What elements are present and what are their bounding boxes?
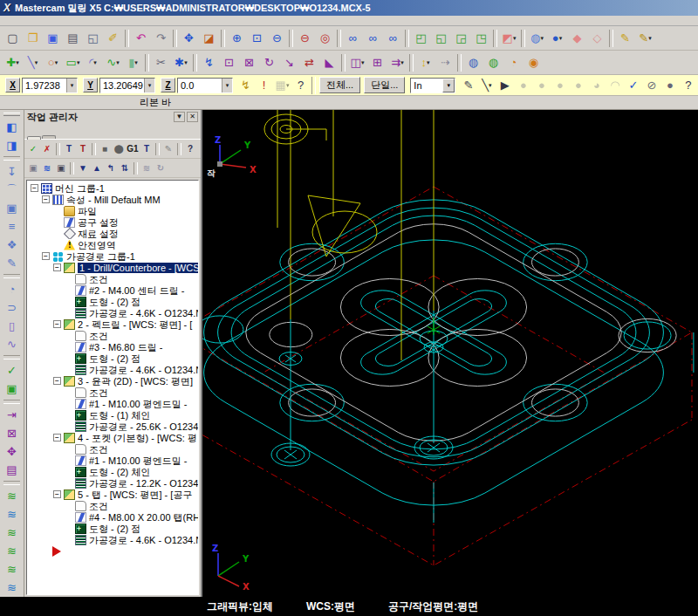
- surface-flowline-icon[interactable]: ≋: [2, 560, 23, 578]
- tree-item[interactable]: 가공경로 - 12.2K - O1234.: [27, 477, 198, 489]
- tree-item[interactable]: 도형 - (2) 점: [27, 296, 198, 307]
- panel-title-bar[interactable]: 작업 관리자 ▼ ✕: [24, 110, 201, 124]
- solid-cylinder-icon[interactable]: ▮: [123, 53, 143, 72]
- circle-mill-icon[interactable]: ◔: [2, 280, 23, 298]
- tree-item[interactable]: 도형 - (1) 체인: [27, 409, 198, 421]
- verify-icon[interactable]: ⬤: [112, 141, 126, 157]
- point-toolpath-icon[interactable]: ✓: [2, 361, 23, 380]
- tree-item[interactable]: #4 - M8.00 X 20.00 탭(RH): [27, 511, 198, 523]
- toolpath-nesting-icon[interactable]: ✥: [2, 442, 23, 461]
- planes-icon[interactable]: ●: [547, 29, 567, 48]
- redo-icon[interactable]: ↷: [151, 29, 171, 48]
- pocket-toolpath-icon[interactable]: ▣: [2, 199, 23, 217]
- find-icon[interactable]: ∞: [383, 29, 403, 48]
- delete-entities-icon[interactable]: ✐: [103, 29, 123, 48]
- tree-item[interactable]: 파일: [27, 205, 198, 216]
- scroll-window-icon[interactable]: ⇅: [118, 161, 132, 176]
- create-line-icon[interactable]: ╲: [23, 53, 43, 72]
- new-file-icon[interactable]: ▢: [3, 29, 23, 48]
- tree-item[interactable]: − 2 - 펙드릴 - [WCS: 평면] - [: [27, 318, 198, 330]
- tree-item[interactable]: #3 - M6.80 드릴 -: [27, 341, 198, 352]
- title-bar[interactable]: X Mastercam 밀링 X5 C:₩USERS₩ADMINISTRATOR…: [0, 0, 698, 16]
- material-icon[interactable]: ◔: [503, 53, 524, 72]
- select-vector-icon[interactable]: ●: [569, 76, 587, 95]
- repaint-icon[interactable]: ∞: [343, 29, 363, 48]
- x-dropdown-icon[interactable]: ▾: [66, 79, 77, 92]
- tree-item[interactable]: 공구 설정: [27, 216, 198, 228]
- toolpath-display-icon[interactable]: ≋: [40, 161, 54, 176]
- tree-item[interactable]: − 3 - 윤곽 (2D) - [WCS: 평면]: [27, 375, 198, 387]
- undo-icon[interactable]: ↶: [131, 29, 151, 48]
- tree-item[interactable]: 도형 - (2) 점: [27, 352, 198, 364]
- xform-copy-icon[interactable]: ⊡: [219, 53, 239, 72]
- print-icon[interactable]: ▤: [63, 29, 83, 48]
- engrave-toolpath-icon[interactable]: ❖: [2, 236, 23, 254]
- slot-mill-icon[interactable]: ▯: [2, 317, 23, 335]
- right-view-icon[interactable]: ◲: [451, 29, 471, 48]
- toolpath-mesh-icon[interactable]: ⊠: [2, 424, 23, 442]
- select-area-icon[interactable]: ●: [551, 76, 569, 95]
- tree-item[interactable]: 가공경로 - 4.6K - O1234.N: [27, 364, 198, 375]
- facing-toolpath-icon[interactable]: ≡: [2, 217, 23, 236]
- select-all-operations-icon[interactable]: ✓: [26, 141, 40, 157]
- attributes-multi-icon[interactable]: ✎: [635, 29, 655, 48]
- tree-expand-icon[interactable]: −: [42, 252, 50, 260]
- xform-offset-icon[interactable]: ⊠: [239, 53, 259, 72]
- y-axis-button[interactable]: Y: [83, 78, 98, 92]
- thread-mill-icon[interactable]: ∿: [2, 335, 23, 353]
- mirror-icon[interactable]: ◫: [347, 53, 367, 72]
- manager-help-icon[interactable]: ?: [183, 141, 197, 157]
- tree-item[interactable]: − 4 - 포켓 (기본형) - [WCS: 평: [27, 432, 198, 443]
- fastpoint-icon[interactable]: !: [255, 76, 273, 95]
- unit-dropdown-icon[interactable]: ▾: [442, 79, 455, 92]
- select-none-icon[interactable]: ⊘: [642, 76, 660, 95]
- create-rectangle-icon[interactable]: ▭: [63, 53, 83, 72]
- tree-item[interactable]: 조건: [27, 443, 198, 455]
- zoom-out-icon[interactable]: ⊖: [267, 29, 287, 48]
- gview-globe-icon[interactable]: ◍: [527, 29, 547, 48]
- tree-expand-icon[interactable]: −: [31, 184, 38, 192]
- xform-dynamic-icon[interactable]: ↯: [199, 53, 219, 72]
- z-axis-button[interactable]: Z: [161, 78, 175, 92]
- toolpath-trim-icon[interactable]: ▤: [2, 461, 23, 479]
- tree-item[interactable]: 가공경로 - 4.6K - O1234.N: [27, 307, 198, 318]
- zoom-window-icon[interactable]: ⊡: [247, 29, 267, 48]
- tree-item[interactable]: [27, 545, 198, 557]
- tree-expand-icon[interactable]: −: [53, 490, 61, 498]
- shading-icon[interactable]: ◩: [499, 29, 519, 48]
- tree-expand-icon[interactable]: −: [53, 320, 61, 328]
- regen-dirty-icon[interactable]: T: [76, 141, 90, 157]
- top-view-icon[interactable]: ◳: [471, 29, 491, 48]
- select-all-button[interactable]: 전체...: [319, 77, 360, 93]
- tree-item[interactable]: 안전영역: [27, 239, 198, 250]
- x-coordinate-input[interactable]: 1.97238▾: [22, 78, 78, 93]
- wcs-status[interactable]: WCS:평면: [306, 599, 355, 614]
- unit-select[interactable]: In▾: [410, 78, 455, 93]
- tree-item[interactable]: 도형 - (2) 점: [27, 523, 198, 534]
- toolbar-grip[interactable]: [3, 113, 20, 116]
- trim-icon[interactable]: ✂: [151, 53, 171, 72]
- tree-item[interactable]: − 머신 그룹-1: [27, 182, 198, 194]
- drill-toolpath-icon[interactable]: ↧: [2, 162, 23, 181]
- break-icon[interactable]: ✱: [171, 53, 191, 72]
- tab-solids[interactable]: [42, 135, 56, 139]
- save-file-icon[interactable]: ▣: [43, 29, 63, 48]
- tab-toolpaths[interactable]: [27, 136, 41, 140]
- analyze-icon[interactable]: ◪: [199, 29, 219, 48]
- xform-rotate-icon[interactable]: ↻: [259, 53, 279, 72]
- tree-item[interactable]: − 가공경로 그룹-1: [27, 250, 198, 262]
- chain-mill-icon[interactable]: ⊃: [2, 298, 23, 317]
- xform-stretch-icon[interactable]: ⇄: [299, 53, 319, 72]
- manual-entry-icon[interactable]: ✎: [2, 254, 23, 272]
- simulation-icon[interactable]: ◉: [524, 53, 544, 72]
- wcs-icon[interactable]: ◆: [567, 29, 587, 48]
- lock-all-icon[interactable]: ▣: [54, 161, 68, 176]
- select-partial-icon[interactable]: ◕: [587, 76, 606, 95]
- create-fillet-icon[interactable]: ◜: [83, 53, 103, 72]
- x-axis-button[interactable]: X: [5, 78, 20, 92]
- wcs-alt-icon[interactable]: ◇: [587, 29, 607, 48]
- tree-item[interactable]: #1 - M10.00 평엔드밀 -: [27, 455, 198, 466]
- y-dropdown-icon[interactable]: ▾: [144, 79, 154, 92]
- zoom-target-icon[interactable]: ◎: [315, 29, 335, 48]
- move-down-icon[interactable]: ▼: [76, 161, 90, 176]
